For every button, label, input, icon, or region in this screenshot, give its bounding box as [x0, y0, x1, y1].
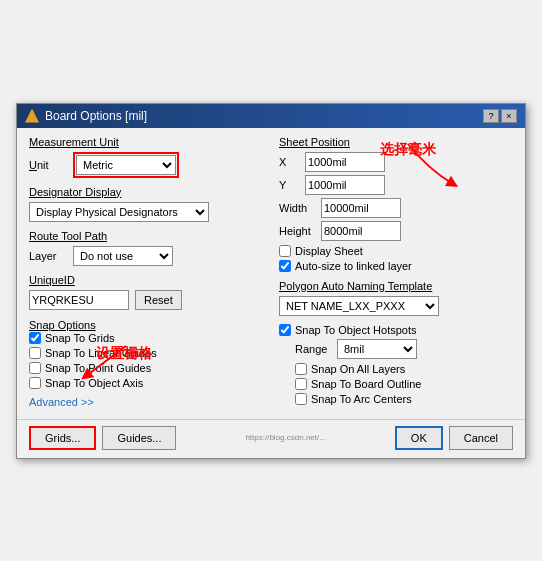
width-label: Width [279, 202, 315, 214]
snap-linear-checkbox[interactable] [29, 347, 41, 359]
designator-select[interactable]: Display Physical Designators Display Log… [29, 202, 209, 222]
x-label: X [279, 156, 299, 168]
snap-point-label: Snap To Point Guides [45, 362, 151, 374]
route-tool-label: Route Tool Path [29, 230, 263, 242]
y-row: Y [279, 175, 513, 195]
snap-options-label: Snap Options [29, 319, 96, 331]
snap-options-section: Snap Options Snap To Grids Snap To Linea… [29, 318, 263, 409]
snap-point-row: Snap To Point Guides [29, 362, 263, 374]
ok-button[interactable]: OK [395, 426, 443, 450]
display-sheet-row: Display Sheet [279, 245, 513, 257]
width-input[interactable] [321, 198, 401, 218]
help-button[interactable]: ? [483, 109, 499, 123]
designator-section: Designator Display Display Physical Desi… [29, 186, 263, 222]
display-sheet-label: Display Sheet [295, 245, 363, 257]
y-input[interactable] [305, 175, 385, 195]
title-bar: Board Options [mil] ? × [17, 104, 525, 128]
dialog-title: Board Options [mil] [45, 109, 147, 123]
height-label: Height [279, 225, 315, 237]
polygon-section: Polygon Auto Naming Template NET NAME_LX… [279, 280, 513, 316]
snap-linear-label: Snap To Linear Guides [45, 347, 157, 359]
sheet-position-section: Sheet Position X Y Width [279, 136, 513, 272]
display-sheet-checkbox[interactable] [279, 245, 291, 257]
snap-hotspots-section: Snap To Object Hotspots Range 8mil 4mil … [279, 324, 513, 405]
snap-grids-label: Snap To Grids [45, 332, 115, 344]
snap-grids-checkbox[interactable] [29, 332, 41, 344]
unit-label: Unit [29, 159, 67, 171]
snap-hotspots-checkbox[interactable] [279, 324, 291, 336]
measurement-section: Measurement Unit Unit Metric Imperial [29, 136, 263, 178]
cancel-button[interactable]: Cancel [449, 426, 513, 450]
designator-label: Designator Display [29, 186, 263, 198]
snap-arc-centers-label: Snap To Arc Centers [311, 393, 412, 405]
unit-select-highlight: Metric Imperial [73, 152, 179, 178]
dialog-body: Measurement Unit Unit Metric Imperial [17, 128, 525, 419]
height-row: Height [279, 221, 513, 241]
unit-row: Unit Metric Imperial [29, 152, 263, 178]
snap-grids-row: Snap To Grids [29, 332, 263, 344]
polygon-select[interactable]: NET NAME_LXX_PXXX Custom [279, 296, 439, 316]
app-icon [25, 109, 39, 123]
height-input[interactable] [321, 221, 401, 241]
route-tool-section: Route Tool Path Layer Do not use Signal … [29, 230, 263, 266]
snap-arc-centers-checkbox[interactable] [295, 393, 307, 405]
bottom-right-buttons: OK Cancel [395, 426, 513, 450]
snap-board-outline-row: Snap To Board Outline [295, 378, 513, 390]
grids-button[interactable]: Grids... [29, 426, 96, 450]
width-row: Width [279, 198, 513, 218]
watermark: https://blog.csdn.net/... [176, 433, 394, 442]
snap-board-outline-checkbox[interactable] [295, 378, 307, 390]
close-button[interactable]: × [501, 109, 517, 123]
auto-size-checkbox[interactable] [279, 260, 291, 272]
snap-board-outline-label: Snap To Board Outline [311, 378, 421, 390]
x-input[interactable] [305, 152, 385, 172]
board-options-dialog: Board Options [mil] ? × Measurement Unit… [16, 103, 526, 459]
snap-all-layers-label: Snap On All Layers [311, 363, 405, 375]
snap-all-layers-row: Snap On All Layers [295, 363, 513, 375]
auto-size-row: Auto-size to linked layer [279, 260, 513, 272]
layer-row: Layer Do not use Signal Layer Custom [29, 246, 263, 266]
layer-label: Layer [29, 250, 67, 262]
uniqueid-label: UniqueID [29, 274, 263, 286]
advanced-link[interactable]: Advanced >> [29, 396, 94, 408]
range-label: Range [295, 343, 331, 355]
range-select[interactable]: 8mil 4mil 16mil [337, 339, 417, 359]
snap-all-layers-checkbox[interactable] [295, 363, 307, 375]
uniqueid-row: Reset [29, 290, 263, 310]
unit-select[interactable]: Metric Imperial [76, 155, 176, 175]
layer-select[interactable]: Do not use Signal Layer Custom [73, 246, 173, 266]
bottom-left-buttons: Grids... Guides... [29, 426, 176, 450]
uniqueid-input[interactable] [29, 290, 129, 310]
reset-button[interactable]: Reset [135, 290, 182, 310]
snap-axis-checkbox[interactable] [29, 377, 41, 389]
bottom-bar: Grids... Guides... https://blog.csdn.net… [17, 419, 525, 458]
snap-axis-row: Snap To Object Axis [29, 377, 263, 389]
snap-hotspots-label: Snap To Object Hotspots [295, 324, 416, 336]
snap-hotspots-row: Snap To Object Hotspots [279, 324, 513, 336]
polygon-label: Polygon Auto Naming Template [279, 280, 513, 292]
auto-size-label: Auto-size to linked layer [295, 260, 412, 272]
guides-button[interactable]: Guides... [102, 426, 176, 450]
snap-point-checkbox[interactable] [29, 362, 41, 374]
x-row: X [279, 152, 513, 172]
y-label: Y [279, 179, 299, 191]
snap-linear-row: Snap To Linear Guides [29, 347, 263, 359]
snap-axis-label: Snap To Object Axis [45, 377, 143, 389]
range-row: Range 8mil 4mil 16mil [295, 339, 513, 359]
measurement-label: Measurement Unit [29, 136, 263, 148]
snap-arc-centers-row: Snap To Arc Centers [295, 393, 513, 405]
sheet-position-label: Sheet Position [279, 136, 513, 148]
uniqueid-section: UniqueID Reset [29, 274, 263, 310]
